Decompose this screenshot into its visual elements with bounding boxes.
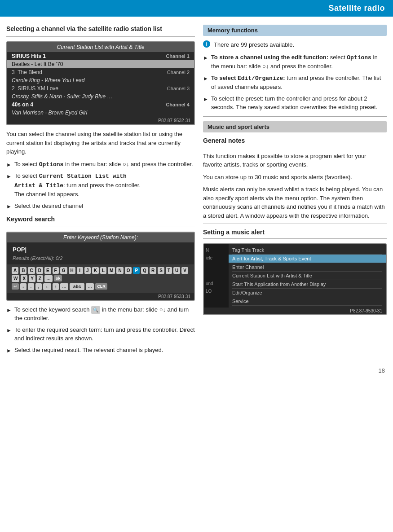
keyword-box-footer: P82.87-9533-31 xyxy=(7,293,194,300)
key-dot[interactable]: . xyxy=(28,283,34,290)
key-k[interactable]: K xyxy=(92,267,99,274)
key-backspace[interactable]: ↩ xyxy=(12,283,19,290)
bullets1: ► To select Options in the menu bar: sli… xyxy=(6,160,195,211)
section2-heading: Keyword search xyxy=(6,215,195,223)
keyword-input-display: POP| xyxy=(7,242,194,255)
bullet-arrow: ► xyxy=(6,306,12,323)
key-i[interactable]: I xyxy=(77,267,83,274)
menu-item-alert[interactable]: Alert for Artist, Track & Sports Event xyxy=(229,255,386,263)
keyboard-area: A B C D E F G H I J K L M N O P Q xyxy=(7,264,194,293)
info-icon: i xyxy=(203,40,210,48)
station-row: Crosby, Stills & Nash - Suite: Judy Blue… xyxy=(7,92,194,101)
key-clr[interactable]: CLR xyxy=(95,283,107,290)
divider2 xyxy=(6,227,195,227)
menu-item-edit[interactable]: Edit/Organize xyxy=(232,289,382,297)
key-u[interactable]: U xyxy=(173,267,180,274)
divider3 xyxy=(203,116,387,117)
key-ellipsis2[interactable]: … xyxy=(60,283,68,290)
bullet-arrow: ► xyxy=(203,95,208,112)
section1-body: You can select the channel using the sat… xyxy=(6,130,195,156)
station-row: 2 SIRIUS XM Love Channel 3 xyxy=(7,84,194,92)
bullet-arrow: ► xyxy=(6,202,12,211)
key-r[interactable]: R xyxy=(150,267,156,274)
key-a[interactable]: A xyxy=(12,267,18,274)
key-y[interactable]: Y xyxy=(29,275,35,282)
list-item: ► Select the required result. The releva… xyxy=(6,346,195,355)
key-o[interactable]: O xyxy=(125,267,132,274)
key-p[interactable]: P xyxy=(133,267,140,274)
station-list-box: Current Station List with Artist & Title… xyxy=(6,41,195,125)
memory-functions-heading: Memory functions xyxy=(203,25,387,36)
music-alert-left-panel: N icle und LO xyxy=(204,244,229,308)
list-item: ► To enter the required search term: tur… xyxy=(6,325,195,343)
menu-item-enter-channel[interactable]: Enter Channel xyxy=(232,263,382,272)
key-left[interactable]: ← xyxy=(43,283,51,290)
page-number: 18 xyxy=(0,364,393,378)
key-l[interactable]: L xyxy=(100,267,106,274)
list-item: ► To select the keyword search 🔍 in the … xyxy=(6,305,195,323)
bullet-arrow: ► xyxy=(6,172,12,199)
key-z[interactable]: Z xyxy=(37,275,43,282)
station-box-footer: P82.87-9532-31 xyxy=(7,117,194,124)
key-up[interactable]: ↑ xyxy=(53,283,59,290)
key-n[interactable]: N xyxy=(116,267,123,274)
menu-item-start-display[interactable]: Start This Application from Another Disp… xyxy=(232,280,382,289)
key-x[interactable]: X xyxy=(21,275,27,282)
list-item: ► To select the preset: turn the control… xyxy=(203,94,387,112)
music-alert-footer: P82.87-9530-31 xyxy=(204,308,386,314)
key-d[interactable]: D xyxy=(36,267,43,274)
key-h[interactable]: H xyxy=(69,267,75,274)
music-para1: This function makes it possible to store… xyxy=(203,152,387,169)
music-alert-menu: Tag This Track Alert for Artist, Track &… xyxy=(229,244,386,308)
station-box-header: Current Station List with Artist & Title xyxy=(7,42,194,52)
left-column: Selecting a channel via the satellite ra… xyxy=(6,25,195,359)
station-row: 40s on 4 Channel 4 xyxy=(7,101,194,109)
divider1 xyxy=(6,36,195,37)
keyword-header: Enter Keyword (Station Name): xyxy=(7,233,194,242)
memory-functions-label: Memory functions xyxy=(208,27,258,34)
key-f[interactable]: F xyxy=(53,267,59,274)
key-g[interactable]: G xyxy=(60,267,67,274)
station-row: Van Morrison - Brown Eyed Girl xyxy=(7,109,194,117)
key-s[interactable]: S xyxy=(158,267,164,274)
key-dots[interactable]: … xyxy=(86,283,94,290)
menu-item-service[interactable]: Service xyxy=(232,297,382,306)
bullet-arrow: ► xyxy=(6,326,12,343)
bullet-arrow: ► xyxy=(203,75,208,92)
key-c[interactable]: C xyxy=(28,267,35,274)
key-j[interactable]: J xyxy=(84,267,91,274)
music-alerts-heading: Music and sport alerts xyxy=(203,121,387,132)
key-w[interactable]: W xyxy=(12,275,19,282)
setting-alert-heading: Setting a music alert xyxy=(203,229,387,236)
key-dash[interactable]: - xyxy=(20,283,26,290)
list-item: ► To select Edit/Organize: turn and pres… xyxy=(203,74,387,92)
key-b[interactable]: B xyxy=(20,267,26,274)
music-para2: You can store up to 30 music and sports … xyxy=(203,173,387,182)
key-t[interactable]: T xyxy=(166,267,172,274)
list-item: ► To select Current Station List withArt… xyxy=(6,171,195,199)
bullets2: ► To select the keyword search 🔍 in the … xyxy=(6,305,195,355)
general-notes-heading: General notes xyxy=(203,137,387,144)
key-v[interactable]: V xyxy=(181,267,188,274)
station-row: Carole King - Where You Lead xyxy=(7,76,194,84)
list-item: ► To store a channel using the edit func… xyxy=(203,53,387,71)
menu-item-current-station[interactable]: Current Station List with Artist & Title xyxy=(232,272,382,280)
station-row: Beatles - Let It Be '70 xyxy=(7,60,194,68)
music-para3: Music alerts can only be saved whilst a … xyxy=(203,185,387,220)
key-abc[interactable]: abc xyxy=(70,283,84,290)
station-row: SIRIUS Hits 1 Channel 1 xyxy=(7,52,194,60)
music-alert-inner: N icle und LO Tag This Track Alert for A… xyxy=(204,244,386,308)
info-row: i There are 99 presets available. xyxy=(203,40,387,49)
list-item: ► To select Options in the menu bar: sli… xyxy=(6,160,195,169)
menu-item-tag[interactable]: Tag This Track xyxy=(232,246,382,255)
page-header: Satellite radio xyxy=(0,0,393,17)
keyword-search-box: Enter Keyword (Station Name): POP| Resul… xyxy=(6,232,195,301)
key-ellipsis[interactable]: … xyxy=(44,275,53,282)
divider5 xyxy=(203,224,387,224)
keyword-results: Results (Exact/All): 0/2 xyxy=(7,255,194,263)
key-m[interactable]: M xyxy=(108,267,115,274)
key-ok[interactable]: ok xyxy=(54,275,62,281)
key-e[interactable]: E xyxy=(44,267,51,274)
key-q[interactable]: Q xyxy=(141,267,148,274)
key-comma[interactable]: , xyxy=(35,283,42,290)
